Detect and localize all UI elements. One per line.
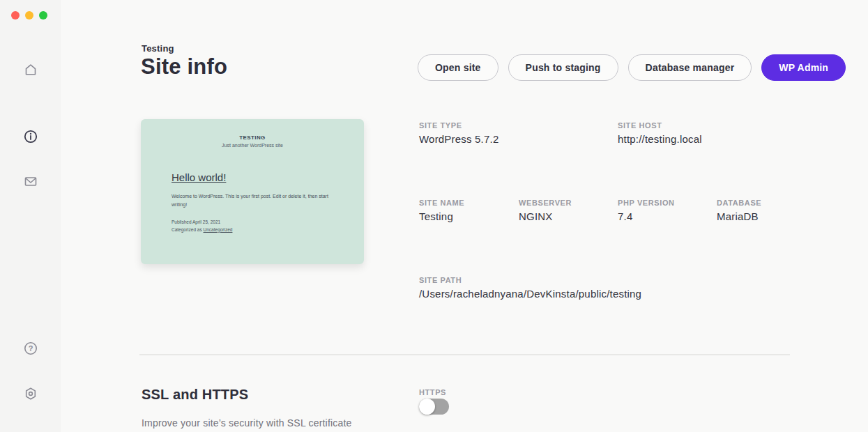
preview-category-link: Uncategorized — [204, 227, 233, 232]
settings-icon — [23, 386, 38, 401]
field-label: SITE HOST — [618, 121, 702, 130]
https-toggle-label: HTTPS — [419, 388, 446, 396]
help-icon: ? — [23, 341, 38, 356]
preview-site-title: TESTING — [141, 134, 364, 141]
https-toggle[interactable] — [419, 399, 449, 415]
field-label: WEBSERVER — [519, 199, 572, 207]
field-site-path: SITE PATH /Users/racheladnyana/DevKinsta… — [419, 276, 641, 300]
sidebar-item-help[interactable]: ? — [23, 341, 38, 356]
header-actions: Open site Push to staging Database manag… — [418, 54, 846, 81]
sidebar-item-site-info[interactable] — [23, 129, 38, 144]
wp-admin-button[interactable]: WP Admin — [761, 54, 846, 81]
field-value: /Users/racheladnyana/DevKinsta/public/te… — [419, 288, 641, 300]
field-value: http://testing.local — [618, 133, 702, 145]
minimize-window-button[interactable] — [25, 11, 33, 20]
field-php-version: PHP VERSION 7.4 — [618, 199, 675, 222]
preview-header: TESTING Just another WordPress site — [141, 134, 364, 148]
preview-category-prefix: Categorized as — [172, 227, 204, 232]
preview-post: Hello world! Welcome to WordPress. This … — [172, 171, 336, 233]
field-value: 7.4 — [618, 210, 675, 222]
field-label: SITE NAME — [419, 199, 464, 207]
open-site-button[interactable]: Open site — [418, 54, 498, 81]
zoom-window-button[interactable] — [39, 11, 47, 20]
field-label: SITE PATH — [419, 276, 641, 284]
site-name-label: Testing — [142, 43, 174, 54]
field-value: MariaDB — [717, 210, 761, 222]
database-manager-button[interactable]: Database manager — [628, 54, 752, 81]
field-database: DATABASE MariaDB — [717, 199, 761, 222]
info-icon — [23, 129, 38, 144]
preview-category-line: Categorized as Uncategorized — [172, 226, 336, 233]
ssl-section-heading: SSL and HTTPS — [142, 387, 248, 403]
close-window-button[interactable] — [11, 11, 20, 20]
field-label: SITE TYPE — [419, 121, 498, 130]
field-label: DATABASE — [717, 199, 761, 207]
field-value: Testing — [419, 210, 464, 222]
field-value: WordPress 5.7.2 — [419, 133, 498, 145]
field-value: NGINX — [519, 210, 572, 222]
preview-tagline: Just another WordPress site — [141, 143, 364, 148]
sidebar-item-home[interactable] — [23, 62, 38, 77]
field-site-name: SITE NAME Testing — [419, 199, 464, 222]
site-preview-thumbnail: TESTING Just another WordPress site Hell… — [141, 119, 364, 264]
window-controls — [11, 11, 47, 20]
field-webserver: WEBSERVER NGINX — [519, 199, 572, 222]
field-site-type: SITE TYPE WordPress 5.7.2 — [419, 121, 498, 145]
home-icon — [24, 63, 38, 77]
push-to-staging-button[interactable]: Push to staging — [508, 54, 618, 81]
field-site-host: SITE HOST http://testing.local — [618, 121, 702, 145]
sidebar: ? — [0, 0, 61, 432]
sidebar-item-mail[interactable] — [23, 173, 38, 189]
https-toggle-knob — [419, 399, 435, 415]
preview-post-title: Hello world! — [172, 171, 336, 183]
preview-published-date: Published April 25, 2021 — [172, 218, 336, 226]
svg-text:?: ? — [28, 344, 33, 353]
sidebar-item-settings[interactable] — [23, 386, 38, 401]
preview-post-body: Welcome to WordPress. This is your first… — [172, 192, 336, 210]
page-title: Site info — [141, 54, 227, 79]
field-label: PHP VERSION — [618, 199, 675, 207]
mail-icon — [24, 174, 38, 188]
section-divider — [139, 354, 790, 355]
preview-post-meta: Published April 25, 2021 Categorized as … — [172, 218, 336, 233]
ssl-section-description: Improve your site’s security with SSL ce… — [142, 417, 352, 429]
